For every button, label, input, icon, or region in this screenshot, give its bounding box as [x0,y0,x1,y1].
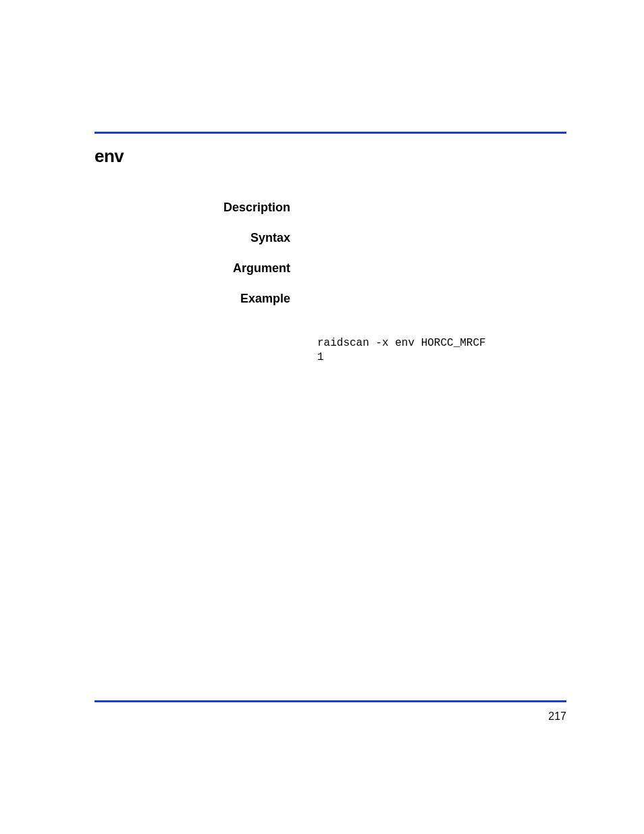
label-description: Description [95,201,304,215]
content-syntax [304,231,566,245]
code-example: raidscan -x env HORCC_MRCF 1 [317,336,566,365]
content-description [304,201,566,215]
content-argument [304,261,566,276]
top-horizontal-rule [95,132,566,134]
definition-row-argument: Argument [95,261,566,276]
page-footer: 217 [95,700,566,723]
label-argument: Argument [95,261,304,276]
label-syntax: Syntax [95,231,304,245]
content-example [304,292,566,306]
bottom-horizontal-rule [95,700,566,702]
label-example: Example [95,292,304,306]
definition-row-syntax: Syntax [95,231,566,245]
page-title: env [95,146,566,167]
page-number: 217 [95,710,566,723]
definition-row-description: Description [95,201,566,215]
definition-row-example: Example [95,292,566,306]
definition-list: Description Syntax Argument Example [95,201,566,306]
